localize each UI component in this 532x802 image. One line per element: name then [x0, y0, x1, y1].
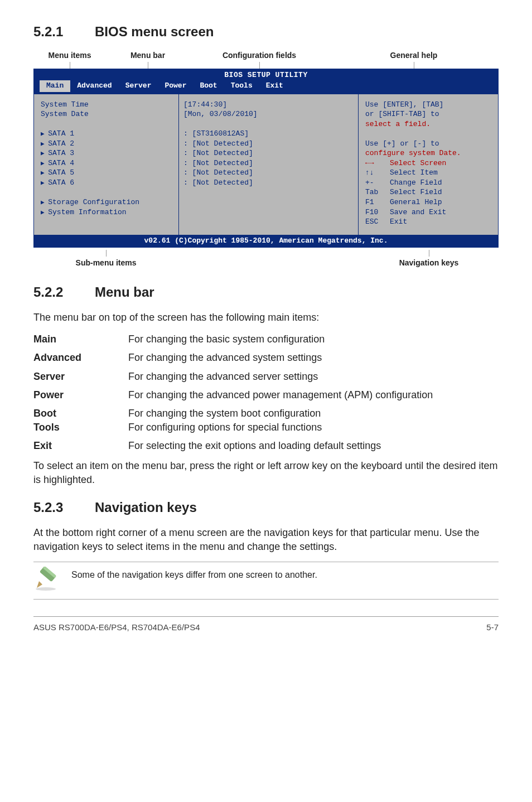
def-desc: For changing the advanced server setting…	[128, 370, 499, 384]
def-term: Power	[33, 388, 128, 402]
bios-tab-main[interactable]: Main	[40, 80, 70, 91]
bios-diagram: Menu items Menu bar Configuration fields…	[33, 50, 499, 269]
bios-tab-tools[interactable]: Tools	[224, 80, 259, 91]
bios-menubar[interactable]: Main Advanced Server Power Boot Tools Ex…	[34, 80, 498, 94]
note-text: Some of the navigation keys differ from …	[71, 567, 499, 581]
label-general-help: General help	[390, 51, 438, 60]
bios-help-panel: Use [ENTER], [TAB] or [SHIFT-TAB] to sel…	[359, 94, 498, 235]
bios-tab-exit[interactable]: Exit	[259, 80, 290, 91]
navkeys-text: At the bottom right corner of a menu scr…	[33, 526, 499, 554]
bios-title: BIOS SETUP UTILITY	[34, 69, 498, 80]
diagram-bottom-labels: Sub-menu items Navigation keys	[33, 250, 499, 269]
heading-title: Navigation keys	[95, 500, 197, 515]
def-desc: For configuring options for special func…	[128, 421, 499, 434]
heading-num: 5.2.3	[33, 498, 95, 517]
label-config-fields: Configuration fields	[223, 51, 296, 60]
menubar-outro: To select an item on the menu bar, press…	[33, 459, 499, 487]
label-menu-items: Menu items	[48, 51, 91, 60]
pencil-icon	[33, 567, 61, 591]
def-term: Server	[33, 370, 128, 384]
def-term: Main	[33, 332, 128, 346]
bios-date-value[interactable]: [Mon, 03/08/2010]	[183, 109, 354, 119]
note-callout: Some of the navigation keys differ from …	[33, 562, 499, 600]
bios-copyright: v02.61 (C)Copyright 1985-2010, American …	[34, 235, 498, 247]
bios-left-panel: System Time System Date SATA 1 SATA 2 SA…	[34, 94, 179, 235]
bios-sata1-val: [ST3160812AS]	[192, 129, 249, 138]
label-submenu: Sub-menu items	[76, 258, 137, 267]
svg-point-0	[36, 587, 56, 591]
def-term: Tools	[33, 421, 128, 434]
def-desc: For changing the advanced system setting…	[128, 351, 499, 365]
heading-522: 5.2.2Menu bar	[33, 283, 499, 302]
heading-num: 5.2.2	[33, 283, 95, 302]
heading-521: 5.2.1BIOS menu screen	[33, 22, 499, 41]
def-desc: For changing the system boot configurati…	[128, 407, 499, 421]
bios-mid-panel: [17:44:30] [Mon, 03/08/2010] : [ST316081…	[179, 94, 359, 235]
bios-sata-4: SATA 4	[41, 158, 174, 168]
bios-tab-server[interactable]: Server	[119, 80, 158, 91]
bios-sata-1: SATA 1	[41, 129, 174, 139]
def-term: Exit	[33, 439, 128, 453]
page-footer: ASUS RS700DA-E6/PS4, RS704DA-E6/PS4 5-7	[33, 617, 499, 633]
bios-sata-3: SATA 3	[41, 148, 174, 158]
bios-time-value[interactable]: [17:44:30]	[183, 100, 354, 110]
def-desc: For selecting the exit options and loadi…	[128, 439, 499, 453]
bios-tab-advanced[interactable]: Advanced	[70, 80, 118, 91]
heading-num: 5.2.1	[33, 22, 95, 41]
bios-storage-config: Storage Configuration	[41, 197, 174, 207]
label-menu-bar: Menu bar	[130, 51, 165, 60]
label-navkeys: Navigation keys	[399, 258, 459, 267]
bios-system-time[interactable]: System Time	[41, 100, 174, 110]
bios-system-info: System Information	[41, 207, 174, 218]
def-term: Advanced	[33, 351, 128, 365]
bios-sata4-val: [Not Detected]	[192, 159, 253, 167]
heading-title: Menu bar	[95, 284, 154, 299]
diagram-top-labels: Menu items Menu bar Configuration fields…	[33, 50, 499, 69]
bios-sata3-val: [Not Detected]	[192, 149, 253, 157]
bios-screen: BIOS SETUP UTILITY Main Advanced Server …	[33, 69, 499, 248]
bios-nav-keys: ←→Select Screen ↑↓Select Item +-Change F…	[365, 158, 492, 227]
def-desc: For changing the basic system configurat…	[128, 332, 499, 346]
heading-title: BIOS menu screen	[95, 24, 214, 39]
bios-sata5-val: [Not Detected]	[192, 168, 253, 177]
bios-sata2-val: [Not Detected]	[192, 139, 253, 148]
bios-sata-5: SATA 5	[41, 168, 174, 178]
definitions-table: MainFor changing the basic system config…	[33, 332, 499, 453]
bios-tab-power[interactable]: Power	[158, 80, 193, 91]
bios-tab-boot[interactable]: Boot	[193, 80, 224, 91]
bios-sata-2: SATA 2	[41, 139, 174, 149]
bios-sata6-val: [Not Detected]	[192, 178, 253, 187]
svg-marker-1	[37, 581, 42, 588]
footer-left: ASUS RS700DA-E6/PS4, RS704DA-E6/PS4	[33, 621, 200, 633]
def-term: Boot	[33, 407, 128, 421]
heading-523: 5.2.3Navigation keys	[33, 498, 499, 517]
footer-right: 5-7	[486, 621, 499, 633]
menubar-intro: The menu bar on top of the screen has th…	[33, 311, 499, 325]
bios-system-date[interactable]: System Date	[41, 109, 174, 119]
def-desc: For changing the advanced power manageme…	[128, 388, 499, 402]
bios-sata-6: SATA 6	[41, 178, 174, 188]
